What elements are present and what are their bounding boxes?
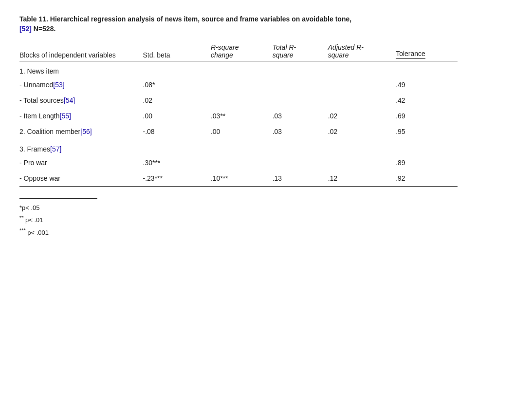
section-header-row: 1. News item (19, 61, 458, 77)
section-header-row: 3. Frames[57] (19, 139, 458, 155)
table-title: Table 11. Hierarchical regression analys… (19, 15, 458, 34)
col-6-cell: .49 (396, 77, 458, 93)
header-tolerance: Tolerance (396, 41, 458, 61)
regression-table: Blocks of independent variables Std. bet… (19, 41, 458, 187)
col-4-cell (273, 139, 328, 155)
col-2-cell: -.23*** (143, 171, 211, 187)
title-n: N=528. (34, 25, 56, 33)
col-blocks-cell: - Item Length[55] (19, 108, 143, 124)
col-blocks-cell: - Total sources[54] (19, 93, 143, 108)
col-blocks-cell: 3. Frames[57] (19, 139, 143, 155)
col-4-cell (273, 61, 328, 77)
title-ref52-link[interactable]: [52] (19, 25, 32, 33)
data-row: - Total sources[54].02.42 (19, 93, 458, 108)
footnotes: *p< .05** p< .01*** p< .001 (19, 198, 458, 238)
col-blocks-cell: - Unnamed[53] (19, 77, 143, 93)
col-5-cell (328, 61, 396, 77)
footnote-item: *p< .05 (19, 203, 458, 213)
header-rsq-change: R-square change (211, 41, 273, 61)
col-3-cell (211, 61, 273, 77)
header-beta: Std. beta (143, 41, 211, 61)
col-2-cell: .00 (143, 108, 211, 124)
header-adj-rsq: Adjusted R- square (328, 41, 396, 61)
col-4-cell: .03 (273, 108, 328, 124)
table-header-row1: Blocks of independent variables Std. bet… (19, 41, 458, 61)
footnote-item: *** p< .001 (19, 226, 458, 238)
col-5-cell (328, 155, 396, 171)
ref-link[interactable]: [57] (50, 145, 61, 153)
col-5-cell: .12 (328, 171, 396, 187)
title-text: Table 11. Hierarchical regression analys… (19, 15, 351, 23)
col-2-cell (143, 139, 211, 155)
header-blocks: Blocks of independent variables (19, 41, 143, 61)
col-6-cell: .95 (396, 124, 458, 139)
col-blocks-cell: 1. News item (19, 61, 143, 77)
col-3-cell: .00 (211, 124, 273, 139)
data-row: - Item Length[55].00.03**.03.02.69 (19, 108, 458, 124)
col-2-cell: .02 (143, 93, 211, 108)
col-3-cell (211, 93, 273, 108)
data-row: - Oppose war-.23***.10***.13.12.92 (19, 171, 458, 187)
col-2-cell: -.08 (143, 124, 211, 139)
col-6-cell (396, 61, 458, 77)
col-6-cell: .92 (396, 171, 458, 187)
col-6-cell: .69 (396, 108, 458, 124)
col-3-cell (211, 139, 273, 155)
col-2-cell: .08* (143, 77, 211, 93)
header-total-rsq: Total R- square (273, 41, 328, 61)
col-5-cell (328, 139, 396, 155)
footnotes-list: *p< .05** p< .01*** p< .001 (19, 203, 458, 238)
col-6-cell (396, 139, 458, 155)
col-2-cell: .30*** (143, 155, 211, 171)
data-row: - Unnamed[53].08*.49 (19, 77, 458, 93)
col-blocks-cell: 2. Coalition member[56] (19, 124, 143, 139)
table-body: 1. News item- Unnamed[53].08*.49- Total … (19, 61, 458, 187)
col-3-cell: .10*** (211, 171, 273, 187)
col-3-cell (211, 155, 273, 171)
footnotes-divider (19, 198, 97, 199)
col-4-cell (273, 155, 328, 171)
col-4-cell (273, 93, 328, 108)
col-3-cell (211, 77, 273, 93)
col-blocks-cell: - Pro war (19, 155, 143, 171)
col-blocks-cell: - Oppose war (19, 171, 143, 187)
footnote-item: ** p< .01 (19, 213, 458, 226)
col-3-cell: .03** (211, 108, 273, 124)
data-row: - Pro war.30***.89 (19, 155, 458, 171)
col-2-cell (143, 61, 211, 77)
col-5-cell (328, 93, 396, 108)
col-4-cell: .13 (273, 171, 328, 187)
col-6-cell: .89 (396, 155, 458, 171)
ref-link[interactable]: [56] (80, 128, 92, 135)
ref-link[interactable]: [55] (60, 112, 71, 120)
data-row: 2. Coalition member[56]-.08.00.03.02.95 (19, 124, 458, 139)
col-4-cell: .03 (273, 124, 328, 139)
col-5-cell (328, 77, 396, 93)
col-4-cell (273, 77, 328, 93)
ref-link[interactable]: [54] (64, 96, 75, 104)
col-5-cell: .02 (328, 108, 396, 124)
ref-link[interactable]: [53] (53, 81, 64, 89)
col-6-cell: .42 (396, 93, 458, 108)
col-5-cell: .02 (328, 124, 396, 139)
